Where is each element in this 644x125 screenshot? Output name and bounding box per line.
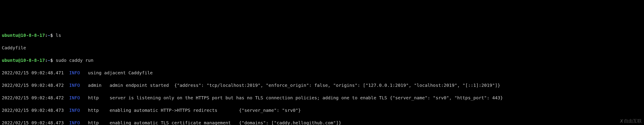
prompt-dollar: $ <box>50 33 53 38</box>
prompt-host: 10-8-8-17 <box>20 58 45 63</box>
terminal[interactable]: ubuntu@10-8-8-17:~$ ls Caddyfile ubuntu@… <box>2 26 642 125</box>
command-caddy: sudo caddy run <box>56 58 94 63</box>
watermark-icon: X <box>620 119 623 124</box>
log-message: admin admin endpoint started {"address":… <box>80 83 500 88</box>
prompt-dollar: $ <box>50 58 53 63</box>
prompt-colon: : <box>45 58 48 63</box>
log-line: 2022/02/15 09:02:48.471 INFO using adjac… <box>2 70 642 76</box>
prompt-colon: : <box>45 33 48 38</box>
log-line: 2022/02/15 09:02:48.472 INFO admin admin… <box>2 82 642 88</box>
prompt-line-2: ubuntu@10-8-8-17:~$ sudo caddy run <box>2 57 642 63</box>
prompt-at: @ <box>18 58 20 63</box>
log-message: using adjacent Caddyfile <box>80 70 152 75</box>
ls-output: Caddyfile <box>2 45 642 51</box>
log-message: http enabling automatic TLS certificate … <box>80 120 341 125</box>
log-level: INFO <box>69 108 80 113</box>
log-message: http enabling automatic HTTP->HTTPS redi… <box>80 108 301 113</box>
prompt-path: ~ <box>48 58 50 63</box>
log-timestamp: 2022/02/15 09:02:48.473 <box>2 108 64 113</box>
log-level: INFO <box>69 70 80 75</box>
log-timestamp: 2022/02/15 09:02:48.471 <box>2 70 64 75</box>
log-line: 2022/02/15 09:02:48.473 INFO http enabli… <box>2 120 642 125</box>
prompt-host: 10-8-8-17 <box>20 33 45 38</box>
log-level: INFO <box>69 120 80 125</box>
prompt-user: ubuntu <box>2 33 18 38</box>
log-message: http server is listening only on the HTT… <box>80 95 503 101</box>
command-ls: ls <box>56 33 61 38</box>
log-level: INFO <box>69 83 80 88</box>
prompt-line-1: ubuntu@10-8-8-17:~$ ls <box>2 32 642 38</box>
log-timestamp: 2022/02/15 09:02:48.472 <box>2 95 64 101</box>
log-timestamp: 2022/02/15 09:02:48.473 <box>2 120 64 125</box>
watermark: X自由互联 <box>620 118 642 124</box>
watermark-text: 自由互联 <box>624 119 642 124</box>
log-timestamp: 2022/02/15 09:02:48.472 <box>2 83 64 88</box>
prompt-at: @ <box>18 33 20 38</box>
log-line: 2022/02/15 09:02:48.473 INFO http enabli… <box>2 107 642 113</box>
log-line: 2022/02/15 09:02:48.472 INFO http server… <box>2 95 642 101</box>
log-level: INFO <box>69 95 80 101</box>
prompt-path: ~ <box>48 33 50 38</box>
prompt-user: ubuntu <box>2 58 18 63</box>
